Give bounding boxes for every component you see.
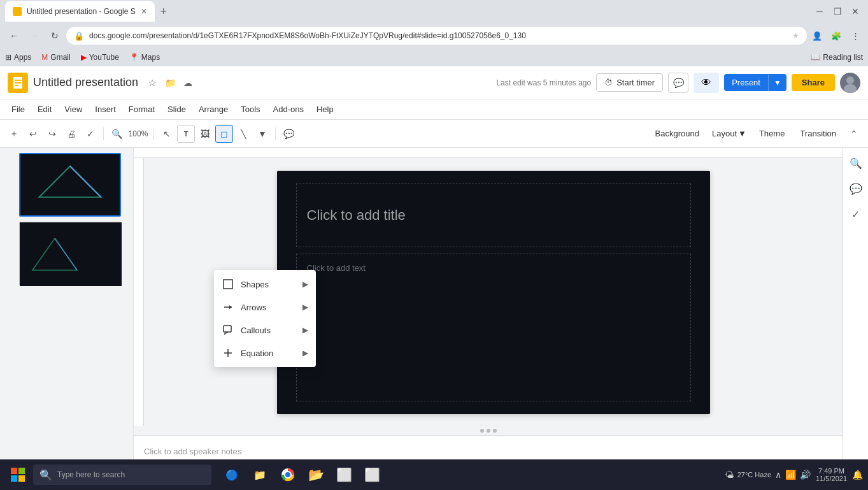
menu-insert[interactable]: Insert [89,102,122,117]
menu-tools[interactable]: Tools [234,102,266,117]
star-icon[interactable]: ☆ [146,76,159,89]
bookmark-apps[interactable]: ⊞ Apps [5,53,31,62]
user-avatar[interactable] [840,73,860,93]
zoom-control[interactable]: 🔍 100% [108,125,150,143]
minimize-icon[interactable]: ─ [812,4,827,19]
chevron-up-icon[interactable]: ∧ [775,470,781,480]
taskbar-cortana[interactable]: 🔵 [219,462,245,487]
menu-addons[interactable]: Add-ons [267,102,310,117]
url-bar[interactable]: 🔒 docs.google.com/presentation/d/1eGTXE6… [66,27,807,45]
taskbar-files[interactable]: 📁 [247,462,273,487]
menu-arrange[interactable]: Arrange [192,102,234,117]
present-arrow-icon[interactable]: ▼ [768,75,786,91]
shapes-tool[interactable]: ◻ [215,125,233,143]
bookmark-gmail[interactable]: M Gmail [41,53,70,62]
search-placeholder: Type here to search [57,470,125,479]
restore-icon[interactable]: ❐ [830,4,845,19]
doc-title[interactable]: Untitled presentation [33,76,138,89]
start-timer-button[interactable]: ⏱ Start timer [596,73,663,92]
menu-view[interactable]: View [58,102,89,117]
menu-slide[interactable]: Slide [161,102,192,117]
last-edit-text: Last edit was 5 minutes ago [496,78,591,87]
background-button[interactable]: Background [649,126,706,141]
line-arrow-btn[interactable]: ▼ [253,125,271,143]
undo-button[interactable]: ↩ [24,125,42,143]
redo-button[interactable]: ↪ [43,125,61,143]
taskbar-chrome[interactable] [275,462,301,487]
equation-option[interactable]: Equation ▶ [214,342,316,364]
back-button[interactable]: ← [5,27,23,45]
transition-button[interactable]: Transition [793,126,843,141]
bookmark-maps[interactable]: 📍 Maps [129,53,160,62]
side-comments-icon[interactable]: 💬 [846,178,866,199]
start-button[interactable] [5,462,31,487]
shapes-option[interactable]: Shapes ▶ [214,273,316,296]
new-tab-button[interactable]: + [155,3,173,20]
browser-tab[interactable]: Untitled presentation - Google S ✕ [5,1,155,22]
taskbar-search[interactable]: 🔍 Type here to search [33,465,211,485]
slide-thumbnail-2[interactable] [19,222,121,285]
image-tool[interactable]: 🖼 [196,125,214,143]
folder-icon[interactable]: 📁 [164,76,176,89]
spell-check-button[interactable]: ✓ [82,125,99,143]
side-explore-icon[interactable]: 🔍 [846,153,866,173]
comment-button[interactable]: 💬 [668,73,688,93]
notification-icon[interactable]: 🔔 [852,470,863,480]
forward-button[interactable]: → [25,27,43,45]
line-tool[interactable]: ╲ [234,125,252,143]
layout-button[interactable]: Layout ▼ [708,126,750,141]
clock-time: 7:49 PM [818,467,844,475]
taskbar-app2[interactable]: ⬜ [359,462,385,487]
svg-rect-9 [20,222,122,286]
notes-placeholder: Click to add speaker notes [144,447,241,456]
slide-thumbnail-1[interactable] [19,153,121,217]
volume-icon[interactable]: 🔊 [800,470,811,480]
youtube-label: YouTube [89,53,119,62]
print-button[interactable]: 🖨 [62,125,80,143]
extensions-icon[interactable]: 🧩 [829,28,844,43]
side-tasks-icon[interactable]: ✓ [846,204,866,224]
svg-rect-1 [15,80,21,81]
arrows-option[interactable]: Arrows ▶ [214,296,316,319]
close-icon[interactable]: ✕ [848,4,863,19]
present-button[interactable]: Present ▼ [724,74,786,91]
zoom-button[interactable]: 🔍 [108,125,125,143]
arrows-arrow-icon: ▶ [302,303,308,312]
menu-help[interactable]: Help [310,102,340,117]
taskbar-explorer[interactable]: 📂 [303,462,329,487]
bookmark-youtube[interactable]: ▶ YouTube [81,53,119,62]
chrome-menu-icon[interactable]: ⋮ [848,28,863,43]
ruler-horizontal [134,148,843,158]
slide-text-area[interactable]: Click to add text [296,254,691,401]
network-icon[interactable]: 📶 [785,470,796,480]
system-clock[interactable]: 7:49 PM 11/5/2021 [816,467,847,482]
slide-thumb-1[interactable]: 1 [5,153,128,217]
collapse-toolbar-button[interactable]: ⌃ [845,125,863,143]
taskbar-app1[interactable]: ⬜ [331,462,357,487]
add-slide-button[interactable]: ＋ [5,125,23,143]
cursor-tool[interactable]: ↖ [158,125,176,143]
theme-button[interactable]: Theme [753,126,791,141]
tab-favicon [13,7,22,16]
menu-format[interactable]: Format [122,102,161,117]
maps-label: Maps [141,53,160,62]
reading-list-button[interactable]: 📖 Reading list [811,53,863,62]
share-label: Share [802,78,825,87]
slide-thumb-2[interactable]: 2 [5,222,128,285]
menu-file[interactable]: File [5,102,31,117]
cloud-icon[interactable]: ☁ [181,76,194,89]
accessibility-button[interactable]: 👁 [694,73,719,93]
refresh-button[interactable]: ↻ [46,27,64,45]
svg-rect-22 [18,468,25,474]
menu-edit[interactable]: Edit [31,102,58,117]
share-button[interactable]: Share [792,74,835,91]
profile-icon[interactable]: 👤 [809,28,825,43]
tab-close-icon[interactable]: ✕ [141,7,147,16]
callouts-option[interactable]: Callouts ▶ [214,319,316,342]
slide-title-area[interactable]: Click to add title [296,184,691,247]
weather-text: 27°C Haze [737,471,771,479]
arrows-label: Arrows [241,303,296,312]
text-box-tool[interactable]: T [177,125,195,143]
bookmark-icon[interactable]: ★ [792,31,799,40]
comment-tool[interactable]: 💬 [280,125,297,143]
